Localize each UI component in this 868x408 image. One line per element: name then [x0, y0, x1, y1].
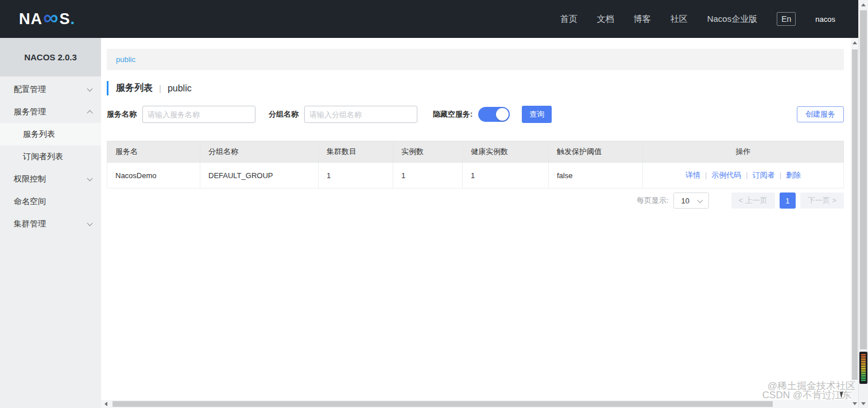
page-title: 服务列表 | public [107, 81, 192, 95]
group-name-input[interactable] [304, 106, 417, 123]
col-cluster-count: 集群数目 [319, 141, 393, 163]
action-details-link[interactable]: 详情 [685, 171, 700, 179]
logo-dot: . [70, 10, 75, 28]
hide-empty-service-toggle[interactable] [478, 107, 510, 122]
col-service-name: 服务名 [107, 141, 200, 163]
hide-empty-service-label: 隐藏空服务: [433, 109, 472, 120]
namespace-tab-bar: public [107, 49, 844, 70]
col-operations: 操作 [643, 141, 844, 163]
nacos-logo[interactable]: NA∞S. [19, 10, 75, 28]
current-page-button[interactable]: 1 [780, 193, 796, 209]
logo-text-s: S [59, 10, 70, 28]
col-instance-count: 实例数 [393, 141, 463, 163]
scroll-up-arrow-icon[interactable] [852, 41, 857, 44]
cell-group-name: DEFAULT_GROUP [200, 163, 319, 188]
action-separator: | [746, 171, 747, 179]
nav-docs[interactable]: 文档 [597, 14, 614, 25]
page-title-text: 服务列表 [116, 82, 153, 94]
group-name-label: 分组名称 [269, 109, 299, 120]
sidebar-item-subscriber-list[interactable]: 订阅者列表 [0, 145, 101, 168]
title-accent-bar [107, 81, 108, 95]
sidebar-item-service-management[interactable]: 服务管理 [0, 101, 101, 123]
action-delete-link[interactable]: 删除 [786, 171, 801, 179]
action-sample-code-link[interactable]: 示例代码 [711, 171, 741, 179]
nav-blog[interactable]: 博客 [634, 14, 651, 25]
service-table: 服务名 分组名称 集群数目 实例数 健康实例数 触发保护阈值 操作 NacosD… [107, 141, 844, 188]
cell-operations: 详情|示例代码|订阅者|删除 [643, 163, 844, 188]
col-healthy-instance-count: 健康实例数 [463, 141, 549, 163]
sidebar-item-label: 命名空间 [14, 197, 46, 207]
page-vertical-scrollbar[interactable] [858, 0, 868, 408]
nav-enterprise[interactable]: Nacos企业版 [707, 14, 758, 25]
performance-meter-widget [859, 352, 867, 384]
top-header: NA∞S. 首页 文档 博客 社区 Nacos企业版 En nacos [0, 0, 858, 38]
sidebar-item-label: 配置管理 [14, 84, 46, 95]
language-toggle-button[interactable]: En [777, 12, 796, 26]
page-size-select[interactable]: 10 [673, 193, 709, 209]
chevron-up-icon [87, 110, 93, 116]
sidebar-item-cluster-management[interactable]: 集群管理 [0, 213, 101, 235]
toggle-knob [496, 108, 509, 121]
sidebar-item-label: 集群管理 [14, 219, 46, 229]
action-subscribers-link[interactable]: 订阅者 [753, 171, 775, 179]
user-account[interactable]: nacos [815, 15, 835, 24]
logo-text-na: NA [19, 10, 42, 28]
sidebar-item-config-management[interactable]: 配置管理 [0, 78, 101, 101]
sidebar-item-label: 订阅者列表 [23, 152, 63, 162]
sidebar-item-label: 服务列表 [23, 129, 55, 140]
content-vertical-scrollbar[interactable] [851, 38, 859, 408]
service-name-input[interactable] [142, 106, 255, 123]
top-navigation: 首页 文档 博客 社区 Nacos企业版 En nacos [560, 12, 835, 26]
nav-home[interactable]: 首页 [560, 14, 578, 25]
service-name-label: 服务名称 [107, 109, 137, 120]
cell-cluster-count: 1 [319, 163, 393, 188]
chevron-down-icon [87, 221, 93, 226]
action-separator: | [705, 171, 707, 179]
chevron-down-icon [87, 176, 93, 182]
page-size-value: 10 [681, 197, 689, 205]
scrollbar-thumb[interactable] [860, 10, 867, 349]
content-horizontal-scrollbar[interactable] [101, 400, 851, 408]
title-separator: | [159, 83, 161, 93]
sidebar-item-label: 服务管理 [14, 107, 46, 117]
sidebar: NACOS 2.0.3 配置管理 服务管理 服务列表 订阅者列表 权限控制 命名… [0, 38, 101, 408]
scroll-left-arrow-icon[interactable] [104, 402, 107, 406]
sidebar-item-namespace[interactable]: 命名空间 [0, 190, 101, 213]
page-size-label: 每页显示: [637, 195, 669, 206]
cell-service-name: NacosDemo [107, 163, 200, 188]
sidebar-item-access-control[interactable]: 权限控制 [0, 168, 101, 190]
namespace-tab-public[interactable]: public [116, 55, 135, 64]
version-label: NACOS 2.0.3 [0, 38, 101, 76]
scroll-up-arrow-icon[interactable] [861, 3, 866, 6]
filter-toolbar: 服务名称 分组名称 隐藏空服务: 查询 创建服务 [107, 105, 844, 124]
nav-community[interactable]: 社区 [671, 14, 688, 25]
cell-healthy-instance-count: 1 [463, 163, 549, 188]
table-row: NacosDemo DEFAULT_GROUP 1 1 1 false 详情|示… [107, 163, 844, 188]
table-header-row: 服务名 分组名称 集群数目 实例数 健康实例数 触发保护阈值 操作 [107, 141, 844, 163]
create-service-button[interactable]: 创建服务 [797, 106, 844, 122]
scroll-down-arrow-icon[interactable] [861, 402, 866, 405]
sidebar-item-service-list[interactable]: 服务列表 [0, 123, 101, 145]
next-page-button[interactable]: 下一页 > [800, 193, 844, 209]
prev-page-button[interactable]: < 上一页 [731, 193, 775, 209]
scroll-down-arrow-icon[interactable] [852, 402, 857, 405]
col-group-name: 分组名称 [200, 141, 319, 163]
scrollbar-thumb[interactable] [852, 49, 858, 380]
cell-protection-threshold: false [549, 163, 643, 188]
col-protection-threshold: 触发保护阈值 [549, 141, 643, 163]
sidebar-menu: 配置管理 服务管理 服务列表 订阅者列表 权限控制 命名空间 集群管理 [0, 76, 101, 235]
infinity-icon: ∞ [43, 12, 59, 24]
chevron-down-icon [87, 86, 93, 92]
chevron-down-icon [697, 198, 703, 203]
action-separator: | [780, 171, 781, 179]
main-content: public 服务列表 | public 服务名称 分组名称 隐藏空服务: 查询… [101, 38, 851, 400]
pagination: 每页显示: 10 < 上一页 1 下一页 > [107, 193, 844, 209]
performance-meter-bars-icon [861, 354, 866, 382]
sidebar-item-label: 权限控制 [14, 174, 46, 184]
cell-instance-count: 1 [393, 163, 463, 188]
search-button[interactable]: 查询 [522, 106, 552, 123]
scrollbar-thumb[interactable] [113, 401, 773, 407]
page-title-namespace: public [168, 83, 192, 94]
